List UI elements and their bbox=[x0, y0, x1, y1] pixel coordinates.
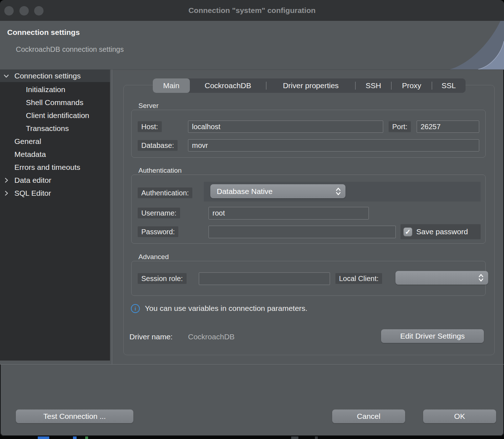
background-window-fragment bbox=[85, 436, 88, 439]
connection-configuration-dialog: Connection "system" configuration Connec… bbox=[0, 0, 504, 436]
background-window-fragment bbox=[315, 436, 318, 439]
tree-item-label: General bbox=[14, 137, 41, 146]
tab-bar: Main CockroachDB Driver properties SSH P… bbox=[153, 78, 466, 93]
up-down-chevrons-icon bbox=[478, 273, 484, 282]
page-title: Connection settings bbox=[7, 28, 80, 37]
chevron-right-icon[interactable] bbox=[3, 177, 9, 184]
sidebar-divider[interactable] bbox=[112, 69, 112, 364]
wizard-header: Connection settings CockroachDB connecti… bbox=[0, 21, 504, 70]
password-input[interactable] bbox=[209, 226, 396, 238]
tree-item-label: Metadata bbox=[14, 150, 46, 159]
tree-item-metadata[interactable]: Metadata bbox=[0, 148, 110, 161]
tab-proxy[interactable]: Proxy bbox=[391, 78, 432, 93]
save-password-label: Save password bbox=[416, 227, 468, 236]
authentication-type-label: Authentication: bbox=[138, 187, 192, 198]
tree-item-general[interactable]: General bbox=[0, 135, 110, 148]
settings-tree: Connection settings Initialization Shell… bbox=[0, 69, 110, 364]
tree-item-connection-settings[interactable]: Connection settings bbox=[0, 69, 110, 82]
window-title: Connection "system" configuration bbox=[0, 0, 504, 21]
password-label: Password: bbox=[138, 226, 178, 237]
close-window-icon[interactable] bbox=[4, 6, 14, 15]
authentication-type-select[interactable]: Database Native bbox=[210, 184, 345, 198]
tree-item-errors-and-timeouts[interactable]: Errors and timeouts bbox=[0, 161, 110, 174]
tab-cockroachdb[interactable]: CockroachDB bbox=[190, 78, 266, 93]
tree-item-data-editor[interactable]: Data editor bbox=[0, 174, 110, 187]
database-input[interactable] bbox=[188, 139, 479, 151]
background-window-fragment bbox=[73, 436, 77, 439]
titlebar: Connection "system" configuration bbox=[0, 0, 504, 21]
host-input[interactable] bbox=[188, 121, 383, 133]
tab-ssh[interactable]: SSH bbox=[356, 78, 391, 93]
local-client-select[interactable] bbox=[395, 271, 488, 285]
session-role-label: Session role: bbox=[138, 273, 187, 284]
tree-item-label: Initialization bbox=[26, 85, 65, 94]
save-password-option: ✓ Save password bbox=[400, 224, 481, 239]
edit-driver-settings-button[interactable]: Edit Driver Settings bbox=[381, 329, 484, 343]
decorative-swoosh bbox=[446, 21, 504, 69]
screen: Connection "system" configuration Connec… bbox=[0, 0, 504, 439]
driver-name-label: Driver name: bbox=[129, 332, 173, 341]
tab-main[interactable]: Main bbox=[153, 78, 190, 93]
session-role-input[interactable] bbox=[199, 272, 330, 285]
tree-item-label: Transactions bbox=[26, 124, 69, 133]
background-window-fragment bbox=[38, 436, 49, 439]
tree-item-sql-editor[interactable]: SQL Editor bbox=[0, 187, 110, 200]
tree-item-label: Errors and timeouts bbox=[14, 163, 80, 172]
username-input[interactable] bbox=[209, 207, 369, 220]
authentication-type-value: Database Native bbox=[217, 187, 272, 196]
tree-item-label: Data editor bbox=[14, 176, 51, 185]
advanced-group-legend: Advanced bbox=[138, 253, 169, 261]
background-window-fragment bbox=[291, 436, 298, 439]
info-message: You can use variables in connection para… bbox=[145, 304, 307, 313]
chevron-right-icon[interactable] bbox=[3, 190, 9, 196]
page-subtitle: CockroachDB connection settings bbox=[16, 45, 124, 54]
authentication-group-legend: Authentication bbox=[138, 167, 182, 175]
tab-driver-properties[interactable]: Driver properties bbox=[266, 78, 355, 93]
driver-name-value: CockroachDB bbox=[188, 332, 235, 341]
port-label: Port: bbox=[389, 121, 411, 132]
tree-item-label: Shell Commands bbox=[26, 98, 83, 107]
info-icon: i bbox=[131, 304, 140, 313]
server-group-legend: Server bbox=[138, 102, 159, 110]
up-down-chevrons-icon bbox=[335, 187, 341, 196]
chevron-down-icon[interactable] bbox=[3, 73, 9, 79]
minimize-window-icon[interactable] bbox=[19, 6, 29, 15]
save-password-checkbox[interactable]: ✓ bbox=[403, 227, 412, 236]
database-label: Database: bbox=[138, 140, 178, 151]
tree-item-shell-commands[interactable]: Shell Commands bbox=[0, 96, 110, 109]
tree-item-client-identification[interactable]: Client identification bbox=[0, 109, 110, 122]
tree-item-initialization[interactable]: Initialization bbox=[0, 83, 110, 96]
ok-button[interactable]: OK bbox=[423, 409, 496, 423]
port-input[interactable] bbox=[417, 121, 479, 133]
tab-ssl[interactable]: SSL bbox=[432, 78, 465, 93]
cancel-button[interactable]: Cancel bbox=[332, 409, 405, 423]
username-label: Username: bbox=[138, 208, 180, 218]
test-connection-button[interactable]: Test Connection ... bbox=[16, 409, 133, 423]
local-client-label: Local Client: bbox=[335, 273, 382, 284]
tree-item-transactions[interactable]: Transactions bbox=[0, 122, 110, 135]
tree-item-label: Client identification bbox=[26, 111, 89, 120]
footer-divider bbox=[0, 364, 504, 365]
zoom-window-icon[interactable] bbox=[34, 6, 43, 15]
tree-item-label: Connection settings bbox=[14, 72, 81, 80]
host-label: Host: bbox=[138, 121, 162, 132]
tree-item-label: SQL Editor bbox=[14, 189, 51, 198]
